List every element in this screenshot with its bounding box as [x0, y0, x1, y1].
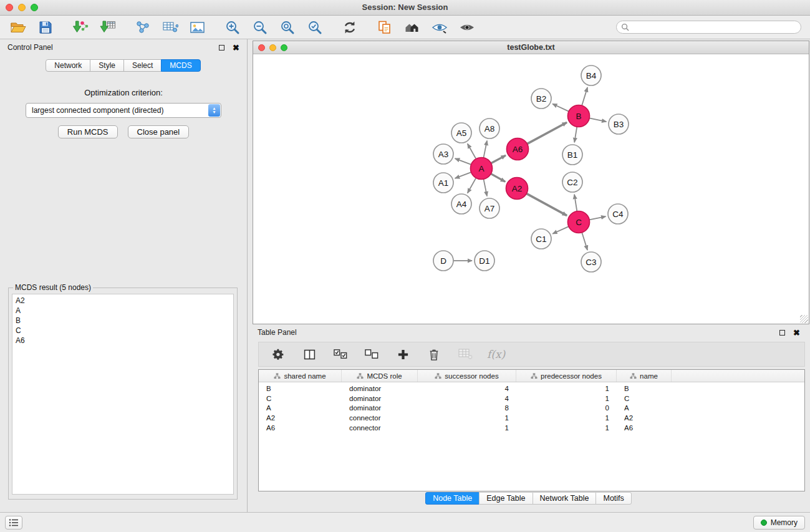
- import-network-button[interactable]: [71, 18, 90, 37]
- table-cell[interactable]: 1: [516, 414, 617, 422]
- mcds-result-list[interactable]: A2ABCA6: [12, 294, 234, 495]
- table-cell[interactable]: A6: [617, 424, 672, 432]
- column-header-name[interactable]: name: [617, 370, 672, 382]
- table-cell[interactable]: B: [617, 385, 672, 392]
- memory-button[interactable]: Memory: [753, 516, 805, 530]
- open-session-button[interactable]: [9, 18, 27, 37]
- copy-document-button[interactable]: [375, 18, 394, 37]
- deselect-all-button[interactable]: [362, 345, 381, 364]
- table-cell[interactable]: 4: [418, 385, 516, 392]
- table-cell[interactable]: A2: [617, 414, 672, 422]
- table-cell[interactable]: 1: [516, 385, 617, 392]
- network-graph[interactable]: B4B2BB3A5A8A6B1A3AC2A1A2A4A7C4CC1C3DD1: [253, 55, 809, 324]
- zoom-fit-button[interactable]: [278, 18, 297, 37]
- column-header-shared-name[interactable]: shared name: [259, 370, 342, 382]
- table-cell[interactable]: 1: [418, 424, 516, 432]
- close-panel-icon[interactable]: ✖: [233, 44, 239, 52]
- graph-edge-B-B2[interactable]: [552, 104, 569, 111]
- run-mcds-button[interactable]: Run MCDS: [58, 125, 118, 138]
- graph-edge-A6-B[interactable]: [527, 122, 567, 143]
- table-cell[interactable]: A: [617, 404, 672, 412]
- graph-edge-C-C3[interactable]: [582, 233, 587, 250]
- table-row[interactable]: Bdominator41B: [259, 384, 804, 394]
- graph-edge-C-C1[interactable]: [552, 226, 569, 234]
- refresh-button[interactable]: [340, 18, 359, 37]
- network-canvas[interactable]: B4B2BB3A5A8A6B1A3AC2A1A2A4A7C4CC1C3DD1: [253, 55, 809, 324]
- graph-edge-A-A4[interactable]: [468, 178, 476, 193]
- table-cell[interactable]: C: [259, 395, 342, 402]
- zoom-selected-button[interactable]: [306, 18, 324, 37]
- optimization-dropdown[interactable]: largest connected component (directed) ▲…: [26, 103, 221, 118]
- table-cell[interactable]: dominator: [342, 395, 418, 402]
- network-zoom-button[interactable]: [281, 44, 287, 51]
- table-cell[interactable]: B: [259, 385, 342, 392]
- close-window-button[interactable]: [6, 4, 13, 11]
- clone-network-button[interactable]: [133, 18, 152, 37]
- column-header-predecessor-nodes[interactable]: predecessor nodes: [516, 370, 617, 382]
- table-cell[interactable]: connector: [342, 414, 418, 422]
- search-field[interactable]: [616, 21, 801, 34]
- column-header-successor-nodes[interactable]: successor nodes: [418, 370, 516, 382]
- network-close-button[interactable]: [258, 44, 265, 51]
- float-panel-icon[interactable]: [219, 45, 224, 51]
- network-minimize-button[interactable]: [269, 44, 276, 51]
- tab-motifs[interactable]: Motifs: [595, 492, 631, 505]
- graph-edge-A-A7[interactable]: [483, 179, 487, 196]
- graph-edge-B-B3[interactable]: [589, 118, 606, 122]
- style-preview-button[interactable]: [430, 18, 449, 37]
- import-table-button[interactable]: [99, 18, 117, 37]
- tab-select[interactable]: Select: [123, 59, 162, 72]
- mcds-result-item[interactable]: A6: [12, 336, 233, 346]
- mcds-result-item[interactable]: A: [12, 306, 233, 316]
- table-cell[interactable]: 0: [516, 404, 617, 412]
- graph-edge-A2-C[interactable]: [526, 193, 567, 215]
- table-cell[interactable]: 1: [516, 424, 617, 432]
- table-row[interactable]: Cdominator41C: [259, 394, 804, 404]
- table-cell[interactable]: 1: [418, 414, 516, 422]
- delete-column-button[interactable]: [425, 345, 443, 364]
- graph-edge-A-A2[interactable]: [491, 174, 505, 182]
- table-settings-button[interactable]: [269, 345, 287, 364]
- graph-edge-A-A6[interactable]: [491, 155, 506, 163]
- tab-network-table[interactable]: Network Table: [533, 492, 597, 505]
- table-cell[interactable]: dominator: [342, 385, 418, 392]
- tab-edge-table[interactable]: Edge Table: [479, 492, 533, 505]
- add-column-button[interactable]: [393, 345, 412, 364]
- tab-style[interactable]: Style: [90, 59, 124, 72]
- graph-edge-C-C4[interactable]: [589, 216, 605, 220]
- close-panel-button[interactable]: Close panel: [128, 125, 190, 138]
- table-cell[interactable]: 1: [516, 395, 617, 402]
- table-cell[interactable]: 4: [418, 395, 516, 402]
- table-cell[interactable]: connector: [342, 424, 418, 432]
- float-table-panel-icon[interactable]: [779, 330, 785, 336]
- tab-node-table[interactable]: Node Table: [425, 492, 480, 505]
- table-cell[interactable]: 8: [418, 404, 516, 412]
- column-header-MCDS-role[interactable]: MCDS role: [342, 370, 418, 382]
- close-table-panel-icon[interactable]: ✖: [793, 329, 800, 337]
- table-row[interactable]: A6connector11A6: [259, 423, 804, 433]
- table-cell[interactable]: A6: [259, 424, 342, 432]
- select-all-button[interactable]: [331, 345, 350, 364]
- tab-network[interactable]: Network: [46, 59, 90, 72]
- graph-edge-B-B1[interactable]: [574, 127, 577, 142]
- zoom-window-button[interactable]: [31, 4, 38, 11]
- mcds-result-item[interactable]: C: [12, 326, 233, 336]
- table-cell[interactable]: A2: [259, 414, 342, 422]
- home-button[interactable]: [403, 18, 422, 37]
- tab-mcds[interactable]: MCDS: [161, 59, 200, 72]
- graph-edge-B-B4[interactable]: [582, 87, 587, 105]
- task-history-button[interactable]: [5, 516, 22, 530]
- resize-grip[interactable]: [800, 315, 808, 323]
- search-input[interactable]: [632, 22, 796, 32]
- zoom-out-button[interactable]: [251, 18, 269, 37]
- save-session-button[interactable]: [36, 18, 55, 37]
- table-cell[interactable]: dominator: [342, 404, 418, 412]
- show-hide-button[interactable]: [458, 18, 476, 37]
- table-cell[interactable]: C: [617, 395, 672, 402]
- mcds-result-item[interactable]: A2: [12, 296, 233, 306]
- network-table-button[interactable]: [161, 18, 180, 37]
- table-row[interactable]: Adominator80A: [259, 404, 804, 414]
- export-image-button[interactable]: [188, 18, 207, 37]
- graph-edge-A-A1[interactable]: [455, 172, 471, 178]
- graph-edge-A-A8[interactable]: [483, 141, 487, 158]
